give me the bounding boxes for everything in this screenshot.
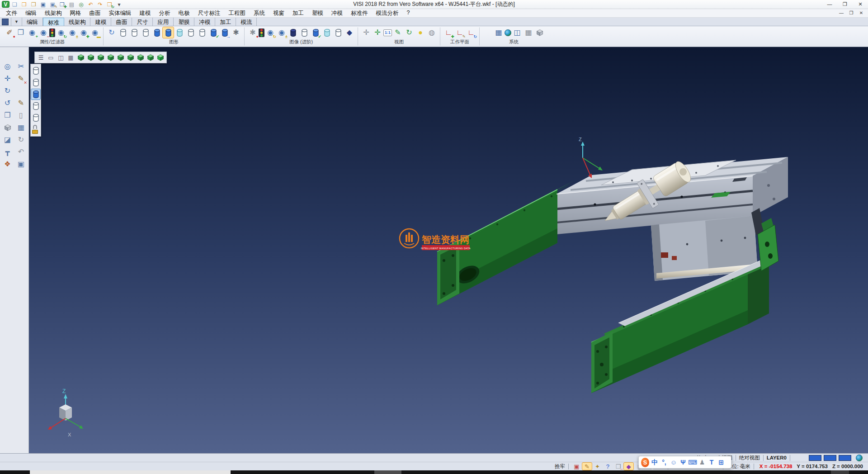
tab-3[interactable]: 线架构: [64, 18, 91, 26]
tab-9[interactable]: 冲模: [194, 18, 215, 26]
display-settings-icon[interactable]: ✱: [231, 27, 241, 38]
menu-item-15[interactable]: 塑模: [308, 9, 327, 18]
system-globe-icon[interactable]: [505, 29, 511, 36]
insert-file-icon[interactable]: ❐: [29, 1, 38, 8]
palette-icon[interactable]: ❖: [2, 159, 13, 170]
invert-visibility-icon[interactable]: ◉±: [67, 27, 78, 38]
view-options-icon[interactable]: ◍: [426, 27, 437, 38]
windows-taskbar[interactable]: [0, 470, 868, 474]
copy-attributes-icon[interactable]: ❐: [15, 27, 26, 38]
back-view-cube-icon[interactable]: [116, 53, 125, 62]
window-close-button[interactable]: ✕: [853, 0, 868, 9]
tab-list-dropdown-icon[interactable]: ▼: [11, 18, 22, 26]
filter-traffic-light-icon[interactable]: [49, 28, 55, 37]
menu-item-14[interactable]: 加工: [288, 9, 308, 18]
layer-cylinder-4-icon[interactable]: [31, 101, 40, 111]
menu-item-10[interactable]: 尺寸标注: [194, 9, 225, 18]
hidden-line-display-icon[interactable]: [129, 27, 140, 38]
new-document-icon[interactable]: ❏: [10, 1, 19, 8]
render-traffic-light-icon[interactable]: [259, 28, 264, 37]
grid-settings-icon[interactable]: ▦: [523, 27, 534, 38]
texture-column-icon[interactable]: [299, 27, 310, 38]
quad-view-icon[interactable]: ▦: [66, 53, 75, 62]
menu-item-12[interactable]: 系统: [250, 9, 269, 18]
copy-icon[interactable]: ❐: [2, 110, 13, 121]
undo-icon[interactable]: ↶: [86, 1, 95, 8]
layer-cylinder-3-icon[interactable]: [31, 89, 40, 100]
wireframe-display-icon[interactable]: [118, 27, 128, 38]
layer-label[interactable]: LAYER0: [767, 455, 787, 460]
menu-item-17[interactable]: 标准件: [347, 9, 372, 18]
refresh-render-icon[interactable]: ◉↻: [265, 27, 276, 38]
tab-2[interactable]: 标准: [43, 18, 64, 26]
create-workplane-icon[interactable]: ∟✚: [443, 27, 454, 38]
snap-ball-icon[interactable]: ●: [415, 27, 426, 38]
regenerate-icon[interactable]: ↻: [106, 27, 117, 38]
refresh-visibility-icon[interactable]: ◉↻: [56, 27, 66, 38]
layer-cylinder-2-icon[interactable]: [31, 77, 40, 88]
ime-lang-icon[interactable]: 中: [651, 458, 659, 467]
solid-box-icon[interactable]: [534, 27, 545, 38]
color-swatch-1[interactable]: [809, 455, 821, 461]
menu-item-2[interactable]: 编辑: [21, 9, 41, 18]
color-swatch-3[interactable]: [839, 455, 851, 461]
view-menu-icon[interactable]: ☰: [36, 53, 46, 62]
iso-view-cube-icon[interactable]: [76, 53, 85, 62]
move-icon[interactable]: ✛: [2, 73, 13, 84]
show-element-icon[interactable]: ◉+: [27, 27, 38, 38]
measure-icon[interactable]: ✎: [392, 27, 403, 38]
help-icon[interactable]: ?: [603, 463, 613, 470]
mesh-display-icon[interactable]: [197, 27, 208, 38]
left-view-cube-icon[interactable]: [126, 53, 135, 62]
shaded-cube-icon[interactable]: [156, 53, 165, 62]
dashed-hidden-display-icon[interactable]: [140, 27, 151, 38]
tab-6[interactable]: 尺寸: [132, 18, 153, 26]
refresh-view-icon[interactable]: ↻: [404, 27, 415, 38]
save-all-icon[interactable]: ❒✚: [58, 1, 66, 8]
menu-item-11[interactable]: 工程图: [225, 9, 250, 18]
menu-item-6[interactable]: 实体编辑: [105, 9, 136, 18]
tab-8[interactable]: 塑膜: [174, 18, 194, 26]
validate-column-icon[interactable]: ✔: [310, 27, 321, 38]
lock-label[interactable]: 拴牢: [555, 463, 565, 470]
shaded-display-icon[interactable]: [151, 27, 162, 38]
mdi-restore-icon[interactable]: ❐: [846, 10, 856, 17]
transparent-column-icon[interactable]: [321, 27, 332, 38]
rotate-icon[interactable]: ↻: [2, 85, 13, 96]
menu-item-7[interactable]: 建模: [136, 9, 155, 18]
mdi-minimize-icon[interactable]: —: [836, 10, 846, 17]
edit-workplane-icon[interactable]: ∟✎: [454, 27, 465, 38]
viewport-3d[interactable]: Z 智造资料网 INTELLIGENT MANUFACTURING DATA Z: [29, 47, 868, 453]
window-layout-icon[interactable]: ◫: [512, 27, 523, 38]
axonometric-cube-icon[interactable]: [146, 53, 155, 62]
save-as-icon[interactable]: ▣✎: [48, 1, 57, 8]
key-icon[interactable]: ✦: [593, 463, 602, 470]
menu-item-9[interactable]: 电极: [175, 9, 194, 18]
wire-column-icon[interactable]: [333, 27, 344, 38]
snap-off-icon[interactable]: ▣: [572, 463, 581, 470]
flat-display-icon[interactable]: [185, 27, 196, 38]
translucent-display-icon[interactable]: [174, 27, 185, 38]
advanced-settings-icon[interactable]: ✱●: [247, 27, 258, 38]
tab-10[interactable]: 加工: [215, 18, 236, 26]
tab-7[interactable]: 应用: [153, 18, 174, 26]
delete-element-icon[interactable]: ✎✕: [15, 73, 27, 84]
mdi-close-icon[interactable]: ✕: [856, 10, 866, 17]
menu-item-19[interactable]: ?: [403, 9, 414, 18]
modify-attributes-icon[interactable]: ✐●: [4, 27, 15, 38]
viewport-canvas[interactable]: Z 智造资料网 INTELLIGENT MANUFACTURING DATA Z: [29, 47, 868, 453]
undo-edit-icon[interactable]: ↶: [15, 147, 27, 157]
recent-files-icon[interactable]: ❒↻: [105, 1, 114, 8]
sogou-logo-icon[interactable]: S: [641, 458, 649, 467]
bottom-view-cube-icon[interactable]: [136, 53, 145, 62]
visi-logo-icon[interactable]: V: [2, 1, 9, 8]
lock-icon[interactable]: [31, 124, 40, 135]
tab-1[interactable]: 编辑: [22, 18, 43, 26]
color-swatch-2[interactable]: [824, 455, 836, 461]
menu-item-16[interactable]: 冲模: [327, 9, 347, 18]
menu-item-4[interactable]: 网格: [66, 9, 85, 18]
split-view-icon[interactable]: ◫: [56, 53, 66, 62]
redo-icon[interactable]: ↷: [96, 1, 104, 8]
menu-item-8[interactable]: 分析: [155, 9, 175, 18]
sheet-icon[interactable]: ▯: [15, 110, 27, 121]
